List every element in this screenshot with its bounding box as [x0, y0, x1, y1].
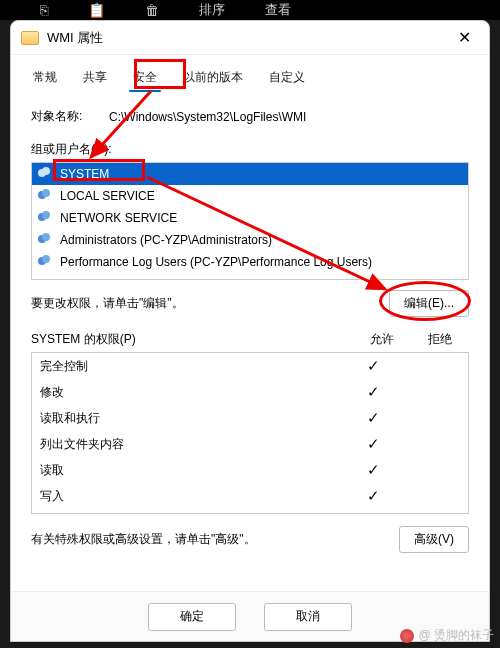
list-item-performance-log-users[interactable]: Performance Log Users (PC-YZP\Performanc… — [32, 251, 468, 273]
check-icon: ✓ — [344, 383, 402, 401]
groups-label: 组或用户名(G): — [31, 141, 469, 158]
tab-general[interactable]: 常规 — [29, 63, 61, 96]
permissions-header: SYSTEM 的权限(P) — [31, 331, 353, 348]
advanced-hint-text: 有关特殊权限或高级设置，请单击"高级"。 — [31, 531, 399, 548]
properties-dialog: WMI 属性 ✕ 常规 共享 安全 以前的版本 自定义 对象名称: C:\Win… — [10, 20, 490, 642]
content-area: 对象名称: C:\Windows\System32\LogFiles\WMI 组… — [11, 96, 489, 591]
perm-row-read-execute[interactable]: 读取和执行 ✓ — [32, 405, 468, 431]
check-icon: ✓ — [344, 487, 402, 505]
dialog-title: WMI 属性 — [47, 29, 103, 47]
perm-row-full-control[interactable]: 完全控制 ✓ — [32, 353, 468, 379]
watermark: @ 烫脚的袜子 — [400, 627, 494, 644]
folder-icon — [21, 31, 39, 45]
check-icon: ✓ — [344, 357, 402, 375]
list-item-network-service[interactable]: NETWORK SERVICE — [32, 207, 468, 229]
group-user-list[interactable]: SYSTEM LOCAL SERVICE NETWORK SERVICE Adm… — [31, 162, 469, 280]
perm-row-modify[interactable]: 修改 ✓ — [32, 379, 468, 405]
list-item-label: NETWORK SERVICE — [60, 211, 177, 225]
list-item-label: Administrators (PC-YZP\Administrators) — [60, 233, 272, 247]
copy-icon[interactable]: ⎘ — [40, 2, 48, 18]
watermark-text: @ 烫脚的袜子 — [418, 627, 494, 644]
perm-row-list-folder[interactable]: 列出文件夹内容 ✓ — [32, 431, 468, 457]
perm-row-write[interactable]: 写入 ✓ — [32, 483, 468, 509]
object-path: C:\Windows\System32\LogFiles\WMI — [109, 110, 306, 124]
tab-share[interactable]: 共享 — [79, 63, 111, 96]
permissions-list[interactable]: 完全控制 ✓ 修改 ✓ 读取和执行 ✓ 列出文件夹内容 ✓ 读取 ✓ — [31, 352, 469, 514]
list-item-label: Performance Log Users (PC-YZP\Performanc… — [60, 255, 372, 269]
advanced-button[interactable]: 高级(V) — [399, 526, 469, 553]
edit-button[interactable]: 编辑(E)... — [389, 290, 469, 317]
tab-previous-versions[interactable]: 以前的版本 — [179, 63, 247, 96]
allow-column-header: 允许 — [353, 331, 411, 348]
list-item-local-service[interactable]: LOCAL SERVICE — [32, 185, 468, 207]
view-menu[interactable]: 查看 — [265, 1, 291, 19]
users-icon — [38, 255, 54, 269]
tab-strip: 常规 共享 安全 以前的版本 自定义 — [11, 55, 489, 96]
list-item-system[interactable]: SYSTEM — [32, 163, 468, 185]
titlebar: WMI 属性 ✕ — [11, 21, 489, 55]
deny-column-header: 拒绝 — [411, 331, 469, 348]
sort-menu[interactable]: 排序 — [199, 1, 225, 19]
list-item-label: SYSTEM — [60, 167, 109, 181]
list-item-label: LOCAL SERVICE — [60, 189, 155, 203]
delete-icon[interactable]: 🗑 — [145, 2, 159, 18]
perm-row-read[interactable]: 读取 ✓ — [32, 457, 468, 483]
users-icon — [38, 233, 54, 247]
paste-icon[interactable]: 📋 — [88, 2, 105, 18]
tab-custom[interactable]: 自定义 — [265, 63, 309, 96]
object-name-label: 对象名称: — [31, 108, 99, 125]
app-topbar: ⎘ 📋 🗑 排序 查看 — [0, 0, 500, 20]
tab-security[interactable]: 安全 — [129, 63, 161, 96]
check-icon: ✓ — [344, 435, 402, 453]
edit-hint-text: 要更改权限，请单击"编辑"。 — [31, 295, 389, 312]
close-button[interactable]: ✕ — [449, 28, 479, 47]
check-icon: ✓ — [344, 461, 402, 479]
cancel-button[interactable]: 取消 — [264, 603, 352, 631]
ok-button[interactable]: 确定 — [148, 603, 236, 631]
list-item-administrators[interactable]: Administrators (PC-YZP\Administrators) — [32, 229, 468, 251]
users-icon — [38, 211, 54, 225]
users-icon — [38, 167, 54, 181]
users-icon — [38, 189, 54, 203]
watermark-logo-icon — [400, 629, 414, 643]
check-icon: ✓ — [344, 409, 402, 427]
